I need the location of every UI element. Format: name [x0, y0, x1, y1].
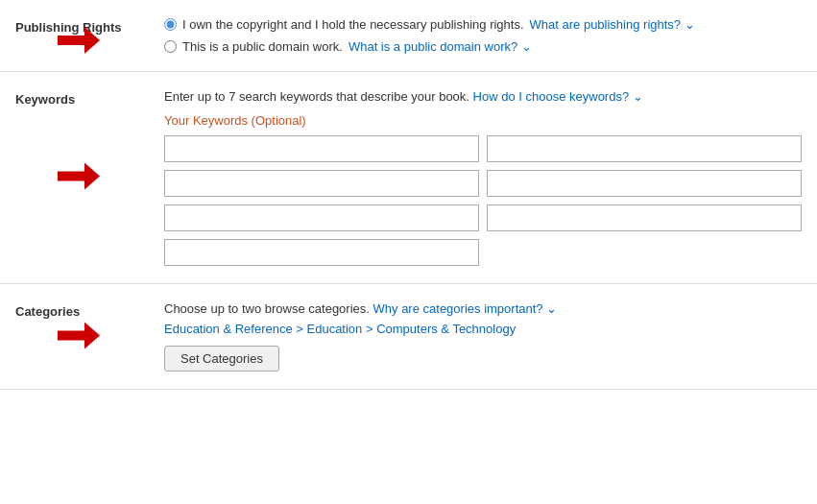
radio-copyright-text: I own the copyright and I hold the neces…: [182, 17, 524, 32]
keyword-input-7[interactable]: [164, 239, 479, 266]
categories-arrow: [58, 322, 100, 351]
radio-public-domain-text: This is a public domain work.: [182, 39, 343, 54]
keyword-input-6[interactable]: [487, 204, 802, 231]
your-keywords-label: Your Keywords (Optional): [164, 113, 802, 128]
radio-item-public-domain: This is a public domain work. What is a …: [164, 39, 802, 54]
keyword-input-4[interactable]: [487, 170, 802, 197]
categories-description: Choose up to two browse categories. Why …: [164, 301, 802, 316]
keywords-arrow: [58, 163, 100, 193]
categories-label: Categories: [15, 301, 155, 321]
why-categories-link[interactable]: Why are categories important? ⌄: [373, 301, 558, 316]
keywords-label: Keywords: [15, 89, 155, 108]
publishing-rights-content: I own the copyright and I hold the neces…: [155, 17, 802, 54]
keywords-description: Enter up to 7 search keywords that descr…: [164, 89, 802, 104]
categories-content: Choose up to two browse categories. Why …: [155, 301, 802, 372]
category-path: Education & Reference > Education > Comp…: [164, 322, 802, 336]
set-categories-button[interactable]: Set Categories: [164, 346, 279, 372]
keywords-section: Keywords Enter up to 7 search keywords t…: [0, 72, 817, 284]
keyword-input-2[interactable]: [487, 135, 802, 162]
publishing-arrow: [58, 27, 100, 57]
keyword-input-1[interactable]: [164, 135, 479, 162]
radio-group: I own the copyright and I hold the neces…: [164, 17, 802, 54]
keywords-content: Enter up to 7 search keywords that descr…: [155, 89, 802, 266]
keyword-inputs-grid: [164, 135, 802, 266]
publishing-rights-link[interactable]: What are publishing rights? ⌄: [530, 17, 695, 32]
keyword-input-5[interactable]: [164, 204, 479, 231]
publishing-rights-section: Publishing Rights I own the copyright an…: [0, 0, 817, 72]
categories-section: Categories Choose up to two browse categ…: [0, 284, 817, 390]
radio-public-domain[interactable]: [164, 40, 177, 53]
keyword-input-3[interactable]: [164, 170, 479, 197]
radio-item-copyright: I own the copyright and I hold the neces…: [164, 17, 802, 32]
radio-copyright[interactable]: [164, 18, 177, 31]
how-to-choose-link[interactable]: How do I choose keywords? ⌄: [473, 89, 643, 104]
public-domain-link[interactable]: What is a public domain work? ⌄: [348, 39, 532, 54]
